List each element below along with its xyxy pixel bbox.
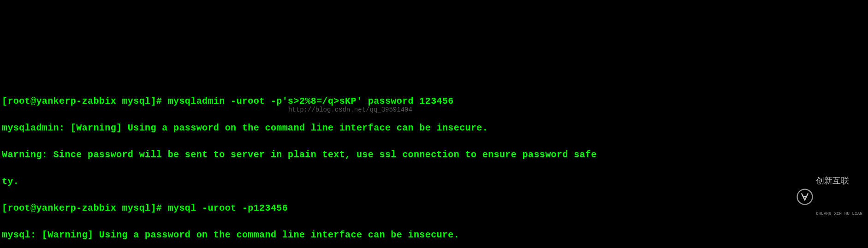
brand-name-en: CHUANG XIN HU LIAN <box>816 212 862 217</box>
brand-text-block: 创新互联 CHUANG XIN HU LIAN <box>816 150 862 243</box>
terminal-output[interactable]: [root@yankerp-zabbix mysql]# mysqladmin … <box>2 81 866 248</box>
terminal-line: ty. <box>2 175 866 188</box>
terminal-line: mysqladmin: [Warning] Using a password o… <box>2 121 866 135</box>
brand-logo-icon <box>797 189 813 205</box>
terminal-line: [root@yankerp-zabbix mysql]# mysqladmin … <box>2 94 866 108</box>
terminal-line: [root@yankerp-zabbix mysql]# mysql -uroo… <box>2 201 866 215</box>
brand-name-cn: 创新互联 <box>816 177 862 185</box>
brand-logo: 创新互联 CHUANG XIN HU LIAN <box>797 150 862 243</box>
terminal-line: mysql: [Warning] Using a password on the… <box>2 228 866 242</box>
terminal-line: Warning: Since password will be sent to … <box>2 148 866 161</box>
